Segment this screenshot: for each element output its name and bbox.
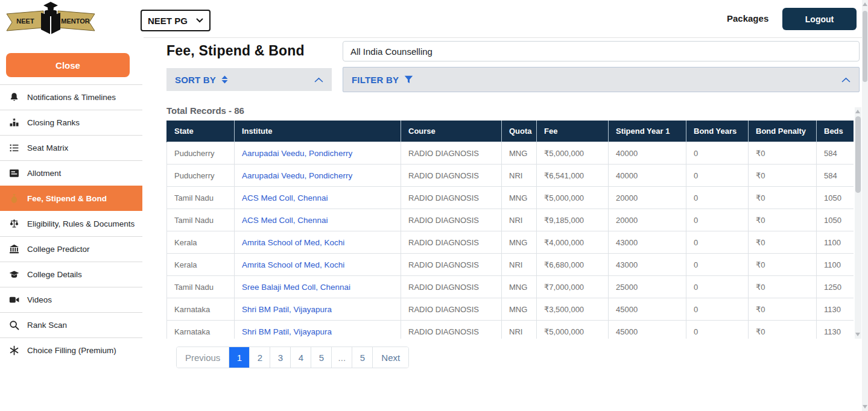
chevron-down-icon (196, 18, 203, 23)
scroll-down-arrow[interactable] (855, 333, 860, 336)
chevron-up-icon (841, 77, 851, 83)
sidebar-item-allotment[interactable]: Allotment (0, 160, 142, 186)
scroll-down-arrow[interactable] (863, 405, 867, 409)
logo-text-right: MENTOR (61, 17, 90, 25)
fee-table-wrap: StateInstituteCourseQuotaFeeStipend Year… (166, 121, 854, 339)
cell-state: Tamil Nadu (167, 209, 235, 231)
filter-by-label: FILTER BY (352, 75, 399, 85)
cell-course: RADIO DIAGNOSIS (401, 254, 502, 276)
sidebar-item-choice-filling-premium[interactable]: Choice Filling (Premium) (0, 337, 142, 363)
sidebar-item-rank-scan[interactable]: Rank Scan (0, 312, 142, 337)
counselling-select[interactable]: All India Counselling (343, 41, 860, 61)
cell-state: Kerala (167, 231, 235, 254)
cell-course: RADIO DIAGNOSIS (401, 142, 502, 165)
pagination-page-3[interactable]: 3 (270, 347, 290, 368)
cell-institute: Sree Balaji Med Coll, Chennai (235, 276, 401, 298)
scroll-up-arrow[interactable] (863, 2, 867, 6)
institute-link[interactable]: Aarupadai Veedu, Pondicherry (242, 171, 352, 180)
sort-by-label: SORT BY (175, 75, 216, 85)
cell-beds: 1250 (817, 276, 854, 298)
pagination-next[interactable]: Next (372, 347, 408, 368)
column-header-bond-years: Bond Years (686, 121, 749, 142)
sidebar-item-seat-matrix[interactable]: Seat Matrix (0, 135, 142, 160)
graduate-icon (41, 2, 60, 34)
closing-ranks-icon (8, 118, 19, 128)
sort-by-toggle[interactable]: SORT BY (166, 68, 332, 91)
cell-quota: MNG (502, 187, 537, 209)
cell-stipend-year-1: 40000 (609, 165, 686, 187)
institute-link[interactable]: Amrita School of Med, Kochi (242, 260, 344, 269)
allotment-icon (8, 168, 19, 179)
column-header-course: Course (401, 121, 502, 142)
cell-beds: 1130 (817, 298, 854, 321)
sidebar-item-label: Seat Matrix (27, 143, 68, 152)
page-scrollbar[interactable] (862, 0, 868, 411)
sidebar-item-notifications-timelines[interactable]: Notifications & Timelines (0, 84, 142, 110)
packages-link[interactable]: Packages (727, 13, 768, 24)
scroll-up-arrow[interactable] (855, 110, 860, 113)
pagination-page-1[interactable]: 1 (229, 347, 249, 368)
cell-state: Tamil Nadu (167, 187, 235, 209)
close-button[interactable]: Close (6, 53, 130, 77)
cell-bond-penalty: ₹0 (749, 298, 817, 321)
cell-fee: ₹3,500,000 (537, 298, 609, 321)
pagination-page-2[interactable]: 2 (249, 347, 270, 368)
cell-quota: MNG (502, 142, 537, 165)
cell-state: Tamil Nadu (167, 276, 235, 298)
cell-institute: Aarupadai Veedu, Pondicherry (235, 142, 401, 165)
table-row: Tamil NaduACS Med Coll, ChennaiRADIO DIA… (167, 187, 854, 209)
cell-quota: NRI (502, 165, 537, 187)
cell-stipend-year-1: 45000 (609, 321, 686, 339)
filter-icon (404, 75, 413, 84)
pagination-previous[interactable]: Previous (177, 347, 229, 368)
cell-bond-penalty: ₹0 (749, 321, 817, 339)
cell-institute: Aarupadai Veedu, Pondicherry (235, 165, 401, 187)
page-scrollbar-thumb[interactable] (863, 11, 867, 82)
exam-select[interactable]: NEET PG (141, 10, 211, 31)
bell-icon (8, 92, 19, 103)
pagination-page-5-last[interactable]: 5 (352, 347, 372, 368)
pagination-page-5[interactable]: 5 (311, 347, 331, 368)
institute-link[interactable]: Shri BM Patil, Vijayapura (242, 305, 332, 314)
pagination-page-4[interactable]: 4 (290, 347, 311, 368)
cell-bond-penalty: ₹0 (749, 231, 817, 254)
cell-bond-penalty: ₹0 (749, 254, 817, 276)
sidebar-item-label: Videos (27, 295, 52, 304)
cell-institute: Amrita School of Med, Kochi (235, 254, 401, 276)
institute-link[interactable]: ACS Med Coll, Chennai (242, 216, 328, 225)
table-scrollbar-thumb[interactable] (855, 116, 861, 193)
table-row: Tamil NaduSree Balaji Med Coll, ChennaiR… (167, 276, 854, 298)
cell-stipend-year-1: 40000 (609, 142, 686, 165)
sidebar-item-college-predictor[interactable]: College Predictor (0, 236, 142, 262)
cell-course: RADIO DIAGNOSIS (401, 231, 502, 254)
cell-stipend-year-1: 45000 (609, 298, 686, 321)
sidebar-item-fee-stipend-bond[interactable]: Fee, Stipend & Bond (0, 186, 142, 211)
institute-link[interactable]: Shri BM Patil, Vijayapura (242, 327, 332, 336)
money-bag-icon (8, 193, 19, 204)
institute-link[interactable]: Aarupadai Veedu, Pondicherry (242, 149, 352, 158)
sidebar-item-label: Closing Ranks (27, 118, 80, 127)
cell-course: RADIO DIAGNOSIS (401, 321, 502, 339)
pagination-ellipsis: ... (331, 347, 352, 368)
sidebar-item-label: College Details (27, 270, 82, 279)
cell-fee: ₹9,185,000 (537, 209, 609, 231)
institute-link[interactable]: Amrita School of Med, Kochi (242, 238, 344, 247)
sidebar-item-closing-ranks[interactable]: Closing Ranks (0, 110, 142, 135)
sidebar-item-label: Fee, Stipend & Bond (27, 194, 107, 203)
rank-scan-icon (8, 320, 19, 331)
filter-by-toggle[interactable]: FILTER BY (343, 67, 860, 92)
cell-course: RADIO DIAGNOSIS (401, 276, 502, 298)
page-title: Fee, Stipend & Bond (166, 43, 305, 59)
sidebar-item-college-details[interactable]: College Details (0, 262, 142, 287)
cell-state: Kerala (167, 254, 235, 276)
logout-button[interactable]: Logout (782, 8, 857, 30)
institute-link[interactable]: ACS Med Coll, Chennai (242, 193, 328, 202)
table-scrollbar[interactable] (855, 107, 861, 339)
sidebar-item-eligibility-rules-documents[interactable]: Eligibility, Rules & Documents (0, 211, 142, 236)
neet-mentor-logo: NEET MENTOR (5, 1, 97, 36)
table-row: PuducherryAarupadai Veedu, PondicherryRA… (167, 142, 854, 165)
institute-link[interactable]: Sree Balaji Med Coll, Chennai (242, 283, 350, 292)
column-header-quota: Quota (502, 121, 537, 142)
cell-fee: ₹7,000,000 (537, 276, 609, 298)
sidebar-item-videos[interactable]: Videos (0, 287, 142, 312)
